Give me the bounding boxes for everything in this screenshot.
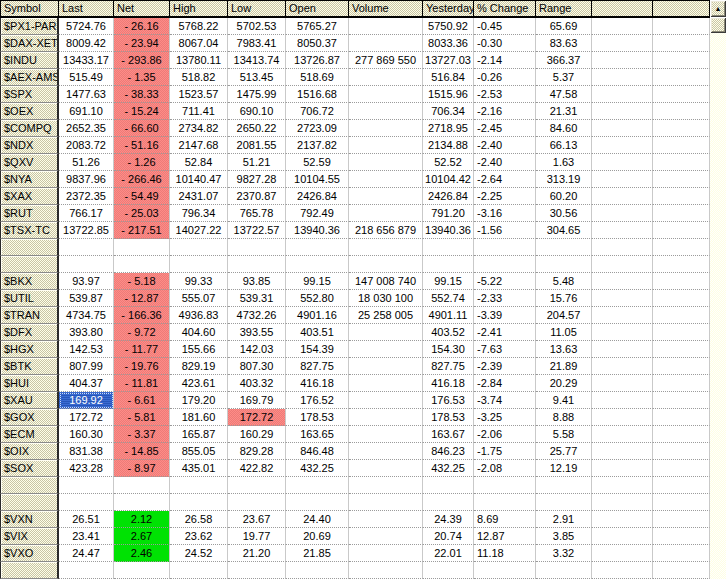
row-header-hgx[interactable]: $HGX — [0, 341, 59, 358]
cell-change[interactable]: -2.64 — [474, 171, 536, 188]
row-header-dfx[interactable]: $DFX — [0, 324, 59, 341]
cell-last[interactable]: 423.28 — [59, 460, 114, 477]
cell-extra1[interactable] — [592, 188, 653, 205]
cell-low[interactable]: 142.03 — [228, 341, 286, 358]
cell-range[interactable] — [536, 562, 592, 579]
cell-high[interactable]: 829.19 — [170, 358, 228, 375]
header-cell-low[interactable]: Low — [228, 0, 286, 18]
cell-net[interactable]: 2.12 — [114, 511, 170, 528]
cell-high[interactable]: 14027.22 — [170, 222, 228, 239]
cell-extra2[interactable] — [653, 103, 710, 120]
cell-change[interactable] — [474, 239, 536, 256]
cell-open[interactable]: 163.65 — [286, 426, 349, 443]
cell-volume[interactable] — [349, 409, 423, 426]
cell-change[interactable]: -7.63 — [474, 341, 536, 358]
cell-last[interactable] — [59, 256, 114, 273]
cell-change[interactable]: -3.16 — [474, 205, 536, 222]
cell-yesterday[interactable]: 20.74 — [423, 528, 474, 545]
cell-open[interactable]: 416.18 — [286, 375, 349, 392]
row-header-indu[interactable]: $INDU — [0, 52, 59, 69]
cell-last[interactable]: 2083.72 — [59, 137, 114, 154]
cell-volume[interactable] — [349, 35, 423, 52]
cell-volume[interactable] — [349, 443, 423, 460]
cell-high[interactable]: 711.41 — [170, 103, 228, 120]
cell-extra1[interactable] — [592, 528, 653, 545]
cell-yesterday[interactable] — [423, 562, 474, 579]
header-cell-net[interactable]: Net — [114, 0, 170, 18]
cell-yesterday[interactable]: 99.15 — [423, 273, 474, 290]
row-header-rut[interactable]: $RUT — [0, 205, 59, 222]
cell-net[interactable]: - 66.60 — [114, 120, 170, 137]
cell-extra2[interactable] — [653, 426, 710, 443]
cell-extra1[interactable] — [592, 273, 653, 290]
cell-yesterday[interactable] — [423, 494, 474, 511]
cell-extra1[interactable] — [592, 256, 653, 273]
cell-range[interactable]: 5.48 — [536, 273, 592, 290]
cell-high[interactable]: 423.61 — [170, 375, 228, 392]
cell-high[interactable]: 2431.07 — [170, 188, 228, 205]
cell-range[interactable]: 21.31 — [536, 103, 592, 120]
cell-range[interactable]: 83.63 — [536, 35, 592, 52]
cell-open[interactable] — [286, 477, 349, 494]
cell-last[interactable]: 1477.63 — [59, 86, 114, 103]
cell-extra2[interactable] — [653, 137, 710, 154]
cell-volume[interactable] — [349, 358, 423, 375]
cell-open[interactable] — [286, 256, 349, 273]
cell-extra1[interactable] — [592, 290, 653, 307]
cell-yesterday[interactable]: 416.18 — [423, 375, 474, 392]
cell-last[interactable]: 23.41 — [59, 528, 114, 545]
cell-range[interactable]: 204.57 — [536, 307, 592, 324]
cell-high[interactable]: 26.58 — [170, 511, 228, 528]
cell-low[interactable] — [228, 256, 286, 273]
cell-range[interactable]: 20.29 — [536, 375, 592, 392]
cell-net[interactable]: - 54.49 — [114, 188, 170, 205]
cell-low[interactable]: 513.45 — [228, 69, 286, 86]
cell-extra1[interactable] — [592, 18, 653, 35]
cell-extra2[interactable] — [653, 188, 710, 205]
cell-high[interactable]: 52.84 — [170, 154, 228, 171]
cell-low[interactable]: 4732.26 — [228, 307, 286, 324]
cell-range[interactable]: 3.85 — [536, 528, 592, 545]
row-header-ndx[interactable]: $NDX — [0, 137, 59, 154]
cell-range[interactable]: 2.91 — [536, 511, 592, 528]
cell-extra2[interactable] — [653, 545, 710, 562]
cell-range[interactable]: 25.77 — [536, 443, 592, 460]
cell-extra2[interactable] — [653, 35, 710, 52]
cell-volume[interactable] — [349, 86, 423, 103]
cell-last[interactable] — [59, 562, 114, 579]
cell-open[interactable]: 24.40 — [286, 511, 349, 528]
header-cell-extra2[interactable] — [653, 0, 710, 18]
cell-net[interactable]: 2.67 — [114, 528, 170, 545]
cell-high[interactable]: 518.82 — [170, 69, 228, 86]
cell-high[interactable]: 181.60 — [170, 409, 228, 426]
cell-net[interactable]: - 217.51 — [114, 222, 170, 239]
header-cell-high[interactable]: High — [170, 0, 228, 18]
cell-extra2[interactable] — [653, 273, 710, 290]
cell-low[interactable] — [228, 562, 286, 579]
cell-change[interactable]: -2.45 — [474, 120, 536, 137]
cell-low[interactable]: 23.67 — [228, 511, 286, 528]
row-header-gox[interactable]: $GOX — [0, 409, 59, 426]
cell-low[interactable]: 829.28 — [228, 443, 286, 460]
cell-low[interactable]: 539.31 — [228, 290, 286, 307]
cell-net[interactable]: - 1.35 — [114, 69, 170, 86]
cell-low[interactable] — [228, 494, 286, 511]
cell-change[interactable]: -2.33 — [474, 290, 536, 307]
cell-range[interactable]: 66.13 — [536, 137, 592, 154]
cell-yesterday[interactable]: 791.20 — [423, 205, 474, 222]
cell-extra1[interactable] — [592, 460, 653, 477]
cell-last[interactable]: 26.51 — [59, 511, 114, 528]
cell-open[interactable]: 827.75 — [286, 358, 349, 375]
cell-extra1[interactable] — [592, 120, 653, 137]
cell-yesterday[interactable]: 176.53 — [423, 392, 474, 409]
cell-high[interactable]: 99.33 — [170, 273, 228, 290]
cell-net[interactable]: - 23.94 — [114, 35, 170, 52]
cell-change[interactable]: -2.41 — [474, 324, 536, 341]
cell-last[interactable]: 13722.85 — [59, 222, 114, 239]
cell-change[interactable]: -0.45 — [474, 18, 536, 35]
cell-volume[interactable] — [349, 18, 423, 35]
cell-volume[interactable] — [349, 120, 423, 137]
cell-low[interactable]: 7983.41 — [228, 35, 286, 52]
cell-last[interactable]: 831.38 — [59, 443, 114, 460]
cell-volume[interactable]: 218 656 879 — [349, 222, 423, 239]
